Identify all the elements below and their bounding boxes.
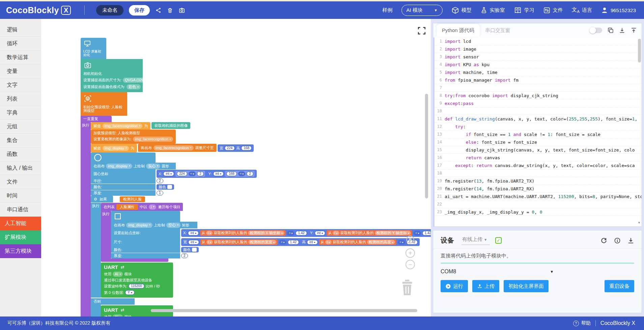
number-input[interactable]: 224 — [177, 171, 187, 176]
sidebar-category-7[interactable]: 元组 — [0, 120, 41, 134]
code-line[interactable]: 2import image — [435, 45, 642, 53]
zoom-out-button[interactable]: − — [405, 260, 415, 269]
operator-dropdown[interactable]: ÷ — [279, 240, 286, 245]
fullscreen-icon[interactable] — [417, 26, 426, 35]
trash-icon[interactable] — [399, 278, 416, 297]
get-face-prop-w[interactable]: 从 i 获取检测到的人脸的 检测框的宽度 — [200, 239, 278, 245]
nav-samples[interactable]: 样例 — [383, 7, 393, 13]
canvas-dropdown[interactable]: img_facerecognition — [153, 145, 193, 150]
code-scrollbar[interactable] — [638, 39, 641, 62]
user-account[interactable]: 965152323 — [601, 6, 636, 14]
code-sync-toggle[interactable] — [589, 28, 602, 33]
block-foreach-face[interactable]: 在列表 人脸属性 中以 i 遍历每个项目 执行 — [101, 203, 431, 262]
sidebar-category-1[interactable]: 循环 — [0, 37, 41, 51]
run-button[interactable]: 运行 — [441, 280, 468, 292]
loop-variable-dropdown[interactable]: i — [206, 231, 213, 235]
nav-files[interactable]: 文件 — [543, 6, 563, 14]
code-line[interactable]: 14 else: font_size = font_size — [435, 138, 642, 146]
color-picker-block[interactable]: 颜色 — [181, 247, 199, 252]
thickness-input[interactable]: 1 — [157, 191, 163, 195]
sidebar-category-special-2[interactable]: 第三方模块 — [0, 244, 41, 258]
restart-device-button[interactable]: 重启设备 — [605, 280, 634, 292]
face-attributes-block[interactable]: 人脸属性 — [116, 204, 138, 210]
nav-model[interactable]: 模型 — [451, 6, 472, 14]
code-line[interactable]: 1import lcd — [435, 37, 642, 45]
info-icon[interactable] — [614, 237, 621, 244]
code-line[interactable]: 11def lcd_draw_string(canvas, x, y, text… — [435, 115, 642, 123]
face-prop-dropdown[interactable]: 检测框的 X 轴坐标 — [248, 231, 284, 235]
upload-button[interactable]: 上传 — [472, 280, 499, 292]
copy-icon[interactable] — [608, 27, 614, 33]
code-line[interactable]: 15 display_cjk_string(canvas, x, y, text… — [435, 146, 642, 154]
factor-input[interactable]: 1.42 — [296, 231, 307, 236]
color-picker-block[interactable]: 颜色 — [157, 184, 174, 190]
loop-variable-dropdown[interactable]: i — [333, 231, 339, 235]
vertical-scrollbar[interactable] — [425, 94, 428, 198]
int-cast-dropdown[interactable]: int — [315, 231, 326, 236]
tab-serial-console[interactable]: 串口交互窗 — [480, 24, 516, 37]
if-mutator-gear-icon[interactable] — [93, 197, 97, 201]
code-line[interactable]: 7 — [435, 84, 642, 92]
nav-language[interactable]: 文A 语言 — [572, 6, 592, 13]
camera-colormode-dropdown[interactable]: 彩色 — [127, 84, 141, 89]
code-line[interactable]: 17 except: return canvas.draw_string(x, … — [435, 162, 642, 169]
init-home-screen-button[interactable]: 初始化主屏界面 — [504, 280, 549, 292]
sidebar-category-special-1[interactable]: 扩展模块 — [0, 230, 41, 244]
number-input[interactable]: 2 — [197, 171, 204, 176]
refresh-icon[interactable] — [600, 237, 607, 244]
block-load-model[interactable]: 加载预设模型: 人脸检测模型 设置要检测的图像源为: img_facerecog… — [91, 130, 176, 144]
blockly-workspace[interactable]: LCD 屏幕初始化 相机初始化 设置捕捉画面的尺寸为: QVGA (320*24… — [41, 19, 431, 317]
horizontal-scrollbar[interactable] — [151, 309, 417, 312]
block-get-camera-image[interactable]: 获取相机捕捉的图像 — [151, 122, 190, 129]
variable-dropdown[interactable]: img_facerecognition — [103, 123, 142, 129]
delete-icon[interactable] — [167, 7, 173, 13]
number-input[interactable]: 2 — [247, 171, 253, 176]
block-model-init[interactable]: 初始化预设模型: 人脸检测模型 — [81, 92, 127, 116]
face-prop-dropdown[interactable]: 检测框的宽度 — [248, 240, 276, 244]
camera-size-dropdown[interactable]: QVGA (320*240) — [123, 78, 158, 83]
code-line[interactable]: 12 try: — [435, 123, 642, 131]
block-camera-init[interactable]: 相机初始化 设置捕捉画面的尺寸为: QVGA (320*240) 设置捕捉画面颜… — [81, 59, 143, 92]
variable-dropdown[interactable]: img_display — [103, 146, 129, 151]
connection-checkbox[interactable]: ✓ — [495, 237, 502, 244]
sidebar-category-13[interactable]: 串口通信 — [0, 203, 41, 217]
sidebar-category-5[interactable]: 列表 — [0, 92, 41, 106]
download-code-icon[interactable] — [619, 27, 625, 33]
get-face-prop-h[interactable]: 从 i 获取检测到的人脸的 检测框的高度 — [319, 239, 396, 245]
face-prop-dropdown[interactable]: 检测框的高度 — [367, 240, 395, 244]
factor-input[interactable]: 1.42 — [422, 231, 431, 236]
upload-mode-dropdown[interactable]: 有线上传 ▼ — [461, 236, 490, 245]
int-cast-dropdown[interactable]: int — [163, 171, 174, 176]
color-swatch[interactable] — [167, 185, 172, 189]
canvas-dropdown[interactable]: img_display — [106, 164, 132, 169]
loop-variable-dropdown[interactable]: i — [149, 204, 156, 210]
block-lcd-init[interactable]: LCD 屏幕初始化 — [81, 38, 106, 59]
block-draw-circle[interactable]: 在画布 img_display 上绘制 实心 圆形 圆心坐标 X: int — [91, 153, 431, 196]
sidebar-category-2[interactable]: 数学运算 — [0, 51, 41, 64]
sidebar-category-special-0[interactable]: 人工智能 — [0, 217, 41, 230]
code-line[interactable]: 22 — [435, 200, 642, 208]
block-if-face-detected[interactable]: 如果 检测到人脸 执行 — [91, 196, 431, 317]
sidebar-category-12[interactable]: 时间 — [0, 189, 41, 203]
zoom-reset-target[interactable] — [405, 234, 416, 245]
operator-dropdown[interactable]: ÷ — [287, 231, 295, 236]
code-line[interactable]: 23_img_display_x, _img_display_y = 0, 0 — [435, 208, 642, 216]
code-line[interactable]: 6from fpioa_manager import fm — [435, 76, 642, 84]
code-line[interactable]: 8try:from cocorobo import display_cjk_st… — [435, 92, 642, 100]
block-assign-facerecognition[interactable]: 赋值 img_facerecognition 为 获取相机捕捉的图像 — [91, 122, 431, 130]
uart-module-dropdown[interactable]: AI — [113, 272, 123, 277]
operator-dropdown[interactable]: ÷ — [238, 171, 246, 176]
fill-style-dropdown[interactable]: 空心 — [166, 223, 180, 228]
code-line[interactable]: 21ai_uart = machine.UART(machine.UART.UA… — [435, 193, 642, 200]
sidebar-category-8[interactable]: 集合 — [0, 134, 41, 147]
block-uart-send-y[interactable]: UART ⇄ 使用 AI 模块 通过串口发送数据至其他设备 — [101, 263, 173, 298]
code-line[interactable]: 13 if font_size == 1 and scale != 1: fon… — [435, 131, 642, 138]
code-line[interactable]: 5import machine, time — [435, 68, 642, 76]
int-cast-dropdown[interactable]: int — [307, 240, 318, 245]
get-face-prop-y[interactable]: 从 i 获取检测到的人脸的 检测框的 Y 轴坐标 — [327, 230, 412, 236]
code-line[interactable]: 16 return canvas — [435, 154, 642, 162]
fill-style-dropdown[interactable]: 实心 — [146, 164, 160, 169]
zoom-in-button[interactable]: + — [405, 248, 415, 258]
operator-dropdown[interactable]: ÷ — [189, 171, 196, 176]
sidebar-category-0[interactable]: 逻辑 — [0, 23, 41, 37]
